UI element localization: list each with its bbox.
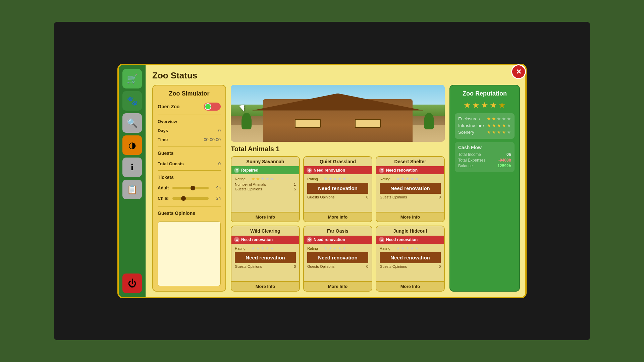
enclosure-name-3: Wild Clearing — [231, 226, 299, 236]
status-bar-0: ⚙ Repaired — [231, 166, 299, 174]
enclosure-name-0: Sunny Savannah — [231, 157, 299, 166]
toggle-dot — [205, 103, 211, 110]
left-panel: Zoo Simulator Open Zoo Overview Days 0 — [152, 85, 226, 292]
adult-label: Adult — [158, 185, 170, 190]
enclosure-name-5: Jungle Hideout — [376, 226, 444, 236]
star-5: ★ — [498, 101, 506, 110]
enclosure-name-2: Desert Shelter — [376, 157, 444, 166]
overview-row: Overview — [158, 119, 221, 124]
days-row: Days 0 — [158, 128, 221, 133]
days-value: 0 — [218, 128, 221, 133]
star-1: ★ — [464, 101, 471, 110]
status-bar-4: ⚙ Need renovation — [304, 236, 372, 244]
adult-slider[interactable] — [172, 187, 209, 189]
child-value: 2h — [211, 196, 221, 201]
close-button[interactable]: ✕ — [511, 64, 526, 79]
scenery-rep-row: Scenery ★ ★ ★ ★ ★ — [458, 129, 511, 135]
app-window: ✕ 🛒 🐾 🔍 ◑ ℹ 📋 ⏻ Zoo Status Zoo Simulator… — [117, 64, 527, 298]
status-bar-3: ⚙ Need renovation — [231, 236, 299, 244]
status-bar-2: ⚙ Need renovation — [376, 166, 444, 174]
guests-header: Guests — [158, 150, 221, 156]
home-button[interactable]: 🐾 — [122, 91, 142, 111]
star-3: ★ — [481, 101, 488, 110]
overview-label: Overview — [158, 119, 177, 124]
sidebar: 🛒 🐾 🔍 ◑ ℹ 📋 ⏻ — [119, 65, 146, 297]
power-button[interactable]: ⏻ — [122, 274, 142, 293]
child-label: Child — [158, 196, 170, 201]
need-reno-banner-5: Need renovation — [380, 252, 441, 263]
monitor: ✕ 🛒 🐾 🔍 ◑ ℹ 📋 ⏻ Zoo Status Zoo Simulator… — [54, 22, 590, 340]
enclosure-card-4: Far Oasis ⚙ Need renovation Rating ★★★★★… — [303, 226, 372, 292]
star-4: ★ — [490, 101, 497, 110]
infrastructure-label: Infrastructure — [458, 123, 484, 128]
total-income-value: 0h — [506, 152, 511, 157]
child-slider[interactable] — [172, 197, 209, 200]
search-button[interactable]: 🔍 — [122, 113, 142, 133]
cursor — [239, 105, 245, 112]
enclosure-name-1: Quiet Grassland — [304, 157, 372, 166]
stats-button[interactable]: ◑ — [122, 135, 142, 155]
main-content: Zoo Status Zoo Simulator Open Zoo Overvi… — [146, 65, 525, 297]
info-button[interactable]: ℹ — [122, 158, 142, 177]
simulator-title: Zoo Simulator — [158, 90, 221, 97]
tickets-header: Tickets — [158, 175, 221, 180]
child-ticket-row: Child 2h — [158, 196, 221, 201]
status-bar-5: ⚙ Need renovation — [376, 236, 444, 244]
enclosure-name-4: Far Oasis — [304, 226, 372, 236]
adult-slider-thumb — [191, 186, 195, 190]
more-info-btn-3[interactable]: More Info — [231, 281, 299, 291]
more-info-btn-5[interactable]: More Info — [376, 281, 444, 291]
days-label: Days — [158, 128, 168, 133]
star-2: ★ — [472, 101, 480, 110]
enclosures-rep-row: Enclosures ★ ★ ★ ★ ★ — [458, 116, 511, 121]
enclosure-card-5: Jungle Hideout ⚙ Need renovation Rating … — [376, 226, 445, 292]
infrastructure-stars: ★ ★ ★ ★ ★ — [487, 123, 511, 128]
enclosure-card-2: Desert Shelter ⚙ Need renovation Rating … — [376, 156, 445, 222]
guests-opinions-header: Guests Opinions — [158, 210, 221, 216]
need-reno-banner-4: Need renovation — [307, 252, 368, 263]
need-reno-banner-1: Need renovation — [307, 183, 368, 194]
status-icon-5: ⚙ — [379, 237, 384, 242]
total-expenses-value: -9408h — [498, 158, 511, 163]
enclosure-card-3: Wild Clearing ⚙ Need renovation Rating ★… — [231, 226, 300, 292]
open-zoo-label: Open Zoo — [158, 104, 179, 109]
adult-value: 9h — [211, 186, 221, 190]
zoo-image — [231, 85, 445, 142]
infrastructure-rep-row: Infrastructure ★ ★ ★ ★ ★ — [458, 123, 511, 128]
status-icon-1: ⚙ — [307, 168, 312, 173]
status-icon-2: ⚙ — [379, 168, 384, 173]
more-info-btn-2[interactable]: More Info — [376, 212, 444, 222]
enclosures-stars: ★ ★ ★ ★ ★ — [487, 116, 511, 121]
time-label: Time — [158, 137, 168, 142]
animals-header: Total Animals 1 — [231, 145, 445, 153]
center-panel: Total Animals 1 Sunny Savannah ⚙ Repaire… — [231, 85, 445, 292]
status-icon-3: ⚙ — [234, 237, 239, 242]
need-reno-banner-3: Need renovation — [235, 252, 296, 263]
total-expenses-label: Total Expenses — [458, 158, 485, 163]
more-info-btn-4[interactable]: More Info — [304, 281, 372, 291]
total-income-label: Total Income — [458, 152, 481, 157]
reputation-title: Zoo Reputation — [455, 90, 515, 97]
balance-label: Balance — [458, 164, 473, 168]
time-value: 00:00:00 — [204, 137, 221, 142]
enclosures-label: Enclosures — [458, 116, 480, 121]
log-button[interactable]: 📋 — [122, 180, 142, 199]
content-body: Zoo Simulator Open Zoo Overview Days 0 — [152, 85, 520, 292]
status-icon-4: ⚙ — [307, 237, 312, 242]
scenery-stars: ★ ★ ★ ★ ★ — [487, 129, 511, 135]
cash-flow-title: Cash Flow — [458, 145, 511, 150]
more-info-btn-1[interactable]: More Info — [304, 212, 372, 222]
shop-button[interactable]: 🛒 — [122, 69, 142, 88]
adult-ticket-row: Adult 9h — [158, 185, 221, 190]
more-info-btn-0[interactable]: More Info — [231, 212, 299, 222]
right-panel: Zoo Reputation ★ ★ ★ ★ ★ Enclosures ★ — [449, 85, 520, 292]
enclosure-card-1: Quiet Grassland ⚙ Need renovation Rating… — [303, 156, 372, 222]
total-guests-value: 0 — [218, 161, 221, 166]
enclosures-grid: Sunny Savannah ⚙ Repaired Rating ★★★★★ N… — [231, 156, 445, 292]
total-guests-row: Total Guests 0 — [158, 161, 221, 166]
balance-value: 12592h — [497, 164, 511, 168]
open-zoo-toggle[interactable] — [204, 103, 221, 111]
scenery-label: Scenery — [458, 130, 474, 135]
page-title: Zoo Status — [152, 70, 520, 81]
child-slider-thumb — [181, 196, 186, 201]
